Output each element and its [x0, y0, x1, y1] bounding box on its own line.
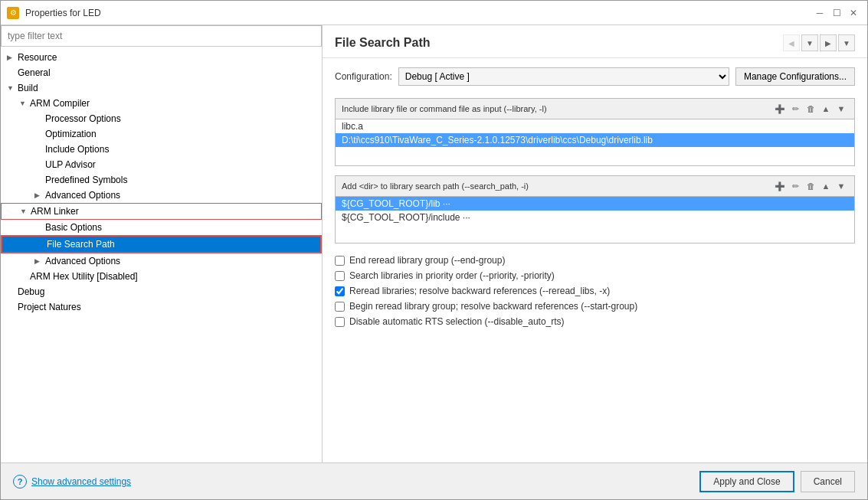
show-advanced-area: ? Show advanced settings: [13, 475, 131, 489]
tree-item-debug[interactable]: Debug: [1, 284, 322, 299]
library-section: Include library file or command file as …: [335, 98, 855, 166]
library-section-label: Include library file or command file as …: [342, 104, 547, 113]
search-path-up-button[interactable]: ▲: [819, 179, 833, 193]
search-path-edit-button[interactable]: ✏: [788, 179, 802, 193]
tree-item-arm-hex-utility[interactable]: ARM Hex Utility [Disabled]: [1, 269, 322, 284]
search-path-list-item[interactable]: ${CG_TOOL_ROOT}/include ···: [336, 211, 854, 224]
tree-item-arm-compiler[interactable]: ▼ARM Compiler: [1, 96, 322, 111]
config-label: Configuration:: [335, 71, 392, 82]
checkbox-disable-rts[interactable]: [335, 317, 345, 327]
tree-item-arm-linker[interactable]: ▼ARM Linker: [1, 203, 322, 220]
tree-item-label: Predefined Symbols: [45, 175, 127, 185]
manage-configurations-button[interactable]: Manage Configurations...: [735, 67, 855, 86]
config-row: Configuration: Debug [ Active ] Manage C…: [335, 67, 855, 86]
tree-item-advanced-options-compiler[interactable]: ▶Advanced Options: [1, 188, 322, 203]
library-list-item[interactable]: libc.a: [336, 119, 854, 133]
tree-arrow: ▼: [20, 208, 29, 215]
tree-item-label: Build: [18, 83, 38, 93]
checkbox-row-search-priority: Search libraries in priority order (--pr…: [335, 268, 855, 283]
right-panel-header: File Search Path ◀ ▼ ▶ ▼: [323, 25, 867, 58]
tree-item-predefined-symbols[interactable]: Predefined Symbols: [1, 172, 322, 188]
tree-item-label: Advanced Options: [45, 190, 120, 201]
nav-arrows: ◀ ▼ ▶ ▼: [783, 34, 855, 51]
checkbox-label-reread-libs: Reread libraries; resolve backward refer…: [349, 286, 610, 296]
cancel-button[interactable]: Cancel: [801, 471, 855, 492]
titlebar: ⚙ Properties for LED ─ ☐ ✕: [1, 1, 867, 25]
tree-item-label: Debug: [18, 286, 44, 297]
tree-item-label: ARM Hex Utility [Disabled]: [30, 271, 138, 282]
help-icon[interactable]: ?: [13, 475, 27, 489]
checkbox-row-begin-reread: Begin reread library group; resolve back…: [335, 299, 855, 314]
window-icon: ⚙: [7, 7, 19, 19]
tree-item-basic-options[interactable]: Basic Options: [1, 220, 322, 235]
properties-window: ⚙ Properties for LED ─ ☐ ✕ ▶ResourceGene…: [0, 0, 868, 500]
tree-arrow: ▶: [7, 54, 16, 61]
tree-item-file-search-path[interactable]: File Search Path: [1, 235, 322, 253]
content-area: ▶ResourceGeneral▼Build▼ARM CompilerProce…: [1, 25, 867, 462]
search-path-toolbar: ➕ ✏ 🗑 ▲ ▼: [773, 179, 848, 193]
search-path-add-button[interactable]: ➕: [773, 179, 787, 193]
checkbox-label-end-reread: End reread library group (--end-group): [349, 255, 505, 266]
checkbox-label-search-priority: Search libraries in priority order (--pr…: [349, 270, 555, 281]
search-path-delete-button[interactable]: 🗑: [804, 179, 817, 193]
tree-item-project-natures[interactable]: Project Natures: [1, 299, 322, 315]
library-down-button[interactable]: ▼: [834, 102, 848, 116]
tree-arrow: ▼: [7, 84, 16, 92]
checkbox-search-priority[interactable]: [335, 271, 345, 281]
tree: ▶ResourceGeneral▼Build▼ARM CompilerProce…: [1, 47, 322, 462]
checkbox-reread-libs[interactable]: [335, 286, 345, 296]
tree-item-label: ARM Linker: [31, 206, 79, 217]
search-path-list-item[interactable]: ${CG_TOOL_ROOT}/lib ···: [336, 197, 854, 211]
checkbox-row-reread-libs: Reread libraries; resolve backward refer…: [335, 283, 855, 299]
library-list-body: libc.aD:\ti\ccs910\TivaWare_C_Series-2.1…: [336, 119, 854, 165]
bottom-buttons: Apply and Close Cancel: [699, 471, 855, 492]
apply-close-button[interactable]: Apply and Close: [699, 471, 794, 492]
library-delete-button[interactable]: 🗑: [804, 102, 817, 116]
library-edit-button[interactable]: ✏: [788, 102, 802, 116]
library-list-item[interactable]: D:\ti\ccs910\TivaWare_C_Series-2.1.0.125…: [336, 133, 854, 147]
minimize-button[interactable]: ─: [812, 5, 827, 21]
tree-item-build[interactable]: ▼Build: [1, 80, 322, 96]
checkbox-begin-reread[interactable]: [335, 302, 345, 312]
right-content: Configuration: Debug [ Active ] Manage C…: [323, 58, 867, 462]
nav-back-dropdown-button[interactable]: ▼: [801, 34, 818, 51]
search-path-down-button[interactable]: ▼: [834, 179, 848, 193]
library-section-toolbar: ➕ ✏ 🗑 ▲ ▼: [773, 102, 848, 116]
tree-item-label: General: [18, 67, 51, 78]
tree-item-general[interactable]: General: [1, 65, 322, 80]
tree-item-include-options[interactable]: Include Options: [1, 142, 322, 157]
tree-item-advanced-options-linker[interactable]: ▶Advanced Options: [1, 253, 322, 269]
tree-item-label: Optimization: [45, 129, 97, 139]
window-title: Properties for LED: [25, 8, 812, 18]
maximize-button[interactable]: ☐: [829, 5, 844, 21]
tree-item-processor-options[interactable]: Processor Options: [1, 111, 322, 126]
search-path-list-body: ${CG_TOOL_ROOT}/lib ···${CG_TOOL_ROOT}/i…: [336, 197, 854, 243]
right-panel: File Search Path ◀ ▼ ▶ ▼ Configuration: …: [323, 25, 867, 462]
nav-forward-dropdown-button[interactable]: ▼: [838, 34, 855, 51]
tree-arrow: ▶: [34, 257, 44, 265]
search-path-label: Add <dir> to library search path (--sear…: [342, 181, 529, 191]
tree-item-resource[interactable]: ▶Resource: [1, 50, 322, 65]
tree-item-label: Resource: [18, 52, 57, 63]
tree-item-ulp-advisor[interactable]: ULP Advisor: [1, 157, 322, 172]
tree-item-optimization[interactable]: Optimization: [1, 126, 322, 142]
checkbox-row-disable-rts: Disable automatic RTS selection (--disab…: [335, 314, 855, 329]
checkboxes-section: End reread library group (--end-group)Se…: [335, 253, 855, 329]
library-up-button[interactable]: ▲: [819, 102, 833, 116]
library-section-header: Include library file or command file as …: [336, 99, 854, 119]
tree-item-label: Project Natures: [18, 302, 81, 312]
nav-forward-button[interactable]: ▶: [820, 34, 837, 51]
tree-item-label: Include Options: [45, 144, 109, 155]
checkbox-label-disable-rts: Disable automatic RTS selection (--disab…: [349, 316, 565, 327]
config-select[interactable]: Debug [ Active ]: [398, 67, 729, 86]
filter-input[interactable]: [1, 25, 322, 47]
nav-back-button[interactable]: ◀: [783, 34, 800, 51]
show-advanced-settings-link[interactable]: Show advanced settings: [31, 476, 131, 487]
checkbox-end-reread[interactable]: [335, 256, 345, 266]
tree-arrow: ▼: [19, 100, 28, 107]
library-add-button[interactable]: ➕: [773, 102, 787, 116]
bottom-bar: ? Show advanced settings Apply and Close…: [1, 462, 867, 499]
tree-item-label: ULP Advisor: [45, 159, 96, 170]
checkbox-label-begin-reread: Begin reread library group; resolve back…: [349, 301, 637, 312]
close-button[interactable]: ✕: [846, 5, 861, 21]
